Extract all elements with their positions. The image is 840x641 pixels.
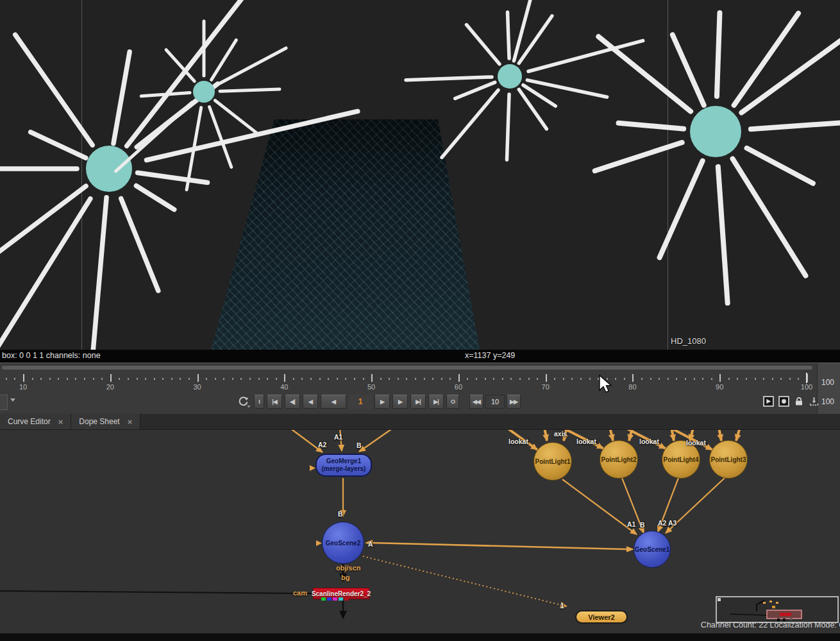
ruler-tick [206, 378, 207, 380]
ruler-tick [284, 374, 285, 382]
transport-buttons-fwd: ▶▶▶|▶|O [374, 395, 459, 409]
increment-button[interactable]: ▶▶ [507, 395, 521, 409]
ruler-tick [449, 378, 451, 380]
ruler-tick [563, 378, 564, 380]
transport-controls-row: I|◀◀|◀◀ 1 ▶▶▶|▶|O ◀◀ 10 ▶▶ [0, 393, 816, 411]
ruler-tick [319, 378, 321, 380]
tab-curve-editor[interactable]: Curve Editor × [0, 414, 71, 429]
ruler-tick [711, 378, 712, 380]
port-label-a2: A2 [318, 441, 326, 449]
tab-dope-sheet[interactable]: Dope Sheet × [71, 414, 140, 429]
viewer-3d-panel[interactable]: HD_1080 [0, 0, 840, 350]
ruler-tick [694, 378, 695, 380]
transport-button[interactable]: O [446, 395, 459, 409]
ruler-tick [363, 378, 364, 380]
channel-count-status: Channel Count: 22 Localization Mode: O [701, 620, 840, 629]
play-in-viewer-icon[interactable] [763, 396, 774, 407]
node-label: GeoScene2 [326, 540, 360, 547]
ruler-tick [728, 378, 730, 380]
transport-button[interactable]: ◀ [321, 395, 346, 409]
close-icon[interactable]: × [128, 417, 133, 427]
node-sublabel: (merge-layers) [322, 465, 366, 473]
playback-range-end-field[interactable]: 100 [821, 395, 840, 408]
global-range-end-field[interactable]: 100 [821, 376, 840, 389]
transport-button[interactable]: ◀ [303, 395, 318, 409]
ruler-tick [424, 378, 425, 380]
ruler-tick [519, 378, 521, 380]
timeline-scrollbar[interactable] [2, 366, 812, 370]
ruler-tick [310, 378, 312, 380]
ruler-tick-label: 90 [709, 383, 730, 391]
transport-button[interactable]: |◀ [267, 395, 282, 409]
format-label: HD_1080 [671, 336, 706, 346]
current-frame-field[interactable]: 1 [349, 395, 372, 409]
stop-render-icon[interactable] [778, 396, 789, 407]
ruler-tick [249, 378, 251, 380]
ruler-tick [14, 378, 15, 380]
ruler-tick [389, 378, 390, 380]
transport-button[interactable]: I [254, 395, 264, 409]
port-label-b-scene: B [338, 510, 343, 518]
port-label-gs1-b: B [640, 521, 645, 529]
ruler-tick [240, 378, 242, 380]
transport-button[interactable]: ▶ [374, 395, 390, 409]
node-label: PointLight1 [535, 458, 571, 465]
transport-button[interactable]: ▶| [428, 395, 444, 409]
node-graph-canvas[interactable]: GeoMerge1 (merge-layers) PointLight1 Poi… [0, 414, 840, 633]
node-geoscene2[interactable]: GeoScene2 [322, 522, 364, 564]
node-geomerge1[interactable]: GeoMerge1 (merge-layers) [315, 454, 372, 477]
frame-ruler[interactable]: 102030405060708090100 [0, 372, 816, 393]
ruler-tick [719, 374, 721, 382]
ruler-tick [232, 378, 233, 380]
objscn-label: obj/scn [336, 564, 361, 572]
ruler-tick [789, 378, 791, 380]
ruler-tick [6, 378, 7, 380]
node-geoscene1[interactable]: GeoScene1 [634, 531, 671, 568]
loop-mode-icon[interactable] [236, 394, 251, 409]
ruler-tick [676, 378, 677, 380]
node-graph-panel[interactable]: Curve Editor × Dope Sheet × [0, 414, 840, 641]
port-label-axis: axis [554, 430, 567, 438]
transport-button[interactable]: ▶| [410, 395, 426, 409]
node-scanlinerender2-2[interactable]: ScanlineRender2_2 [313, 588, 369, 599]
frame-increment-field[interactable]: 10 [485, 395, 505, 409]
lock-range-icon[interactable] [794, 396, 804, 407]
port-label-a1: A1 [334, 433, 342, 441]
node-label: GeoMerge1 [326, 457, 361, 465]
node-label: PointLight2 [601, 456, 637, 463]
decrement-button[interactable]: ◀◀ [469, 395, 483, 409]
ruler-tick [798, 378, 799, 380]
node-pointlight3[interactable]: PointLight3 [709, 440, 748, 479]
ruler-tick [406, 378, 407, 380]
mouse-cursor [598, 374, 612, 393]
transport-button[interactable]: ▶ [392, 395, 408, 409]
ruler-tick [345, 378, 346, 380]
ruler-tick [432, 378, 433, 380]
range-dropdown-field[interactable] [0, 395, 8, 410]
ruler-tick-label: 80 [622, 383, 643, 391]
ruler-tick-label: 60 [448, 383, 469, 391]
chevron-down-icon[interactable] [10, 398, 15, 402]
flipbook-export-icon[interactable] [809, 396, 819, 407]
ruler-tick [128, 378, 129, 380]
ruler-tick [101, 378, 103, 380]
node-pointlight2[interactable]: PointLight2 [600, 440, 638, 479]
ruler-tick [763, 378, 764, 380]
transport-button[interactable]: ◀| [285, 395, 300, 409]
ruler-tick [354, 378, 355, 380]
point-light-large-right [595, 13, 840, 303]
viewer-status-bar: box: 0 0 1 1 channels: none x=1137 y=249 [0, 350, 840, 363]
close-icon[interactable]: × [58, 417, 63, 427]
ruler-tick [510, 378, 512, 380]
point-lights-layer [0, 0, 840, 350]
node-viewer2[interactable]: Viewer2 [575, 610, 628, 624]
channel-chips [321, 597, 349, 601]
ruler-tick [502, 378, 503, 380]
ruler-tick-label: 100 [796, 383, 817, 391]
bbox-channels-readout: box: 0 0 1 1 channels: none [2, 351, 101, 360]
node-graph-minimap[interactable] [716, 596, 839, 623]
ruler-tick [171, 378, 172, 380]
ruler-tick [755, 378, 756, 380]
port-label-viewer-1: 1 [560, 602, 564, 610]
node-pointlight1[interactable]: PointLight1 [533, 442, 572, 481]
